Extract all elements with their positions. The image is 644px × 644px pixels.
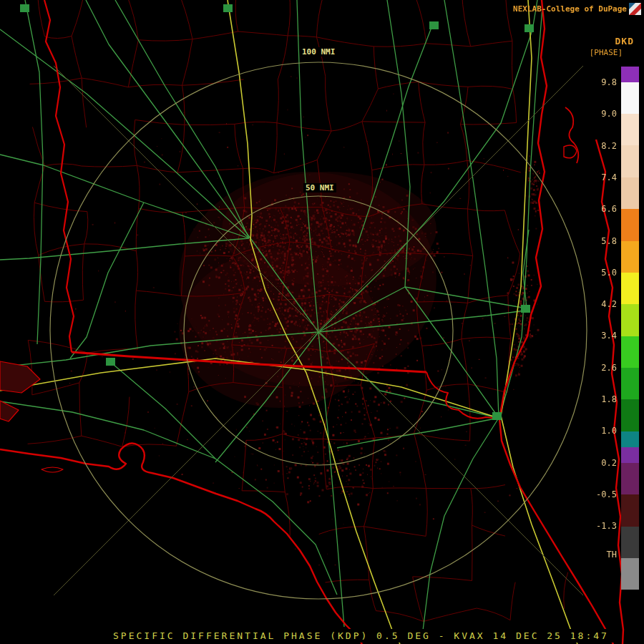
scale-tick-label: 9.0 [588, 109, 617, 119]
colorbar-segment [621, 399, 639, 431]
colorbar-segment [621, 67, 639, 82]
brand-text: NEXLAB-College of DuPage [513, 4, 627, 14]
scale-threshold-label: TH [588, 550, 617, 560]
colorbar-segment [621, 241, 639, 273]
scale-tick-label: 3.4 [588, 331, 617, 341]
scale-tick-label: 2.6 [588, 363, 617, 373]
colorbar-segment [621, 177, 639, 209]
highways [0, 0, 542, 630]
colorbar-segment [621, 273, 639, 304]
colorbar-segment [621, 527, 639, 558]
product-code: DKD [615, 36, 634, 47]
colorbar [621, 67, 639, 590]
colorbar-segment [621, 494, 639, 527]
scale-tick-label: 6.6 [588, 204, 617, 214]
range-ring-label-100nmi: 100 NMI [300, 47, 337, 57]
county-boundaries [28, 0, 568, 621]
radar-map [0, 0, 644, 644]
scale-tick-label: 5.0 [588, 268, 617, 278]
scale-tick-label: 8.2 [588, 141, 617, 151]
colorbar-segment [621, 82, 639, 114]
scale-tick-label: 4.2 [588, 299, 617, 309]
colorbar-segment [621, 368, 639, 399]
scale-tick-label: 1.0 [588, 426, 617, 436]
scale-tick-label: 5.8 [588, 236, 617, 246]
product-units: [PHASE] [590, 48, 623, 57]
scale-tick-label: -0.5 [588, 489, 617, 499]
colorbar-segment [621, 447, 639, 463]
range-rings [50, 62, 587, 599]
colorbar-segment [621, 304, 639, 336]
colorbar-segment [621, 336, 639, 368]
colorbar-segment [621, 145, 639, 177]
city-markers [20, 4, 534, 420]
scale-tick-label: 9.8 [588, 77, 617, 87]
status-bar: SPECIFIC DIFFERENTIAL PHASE (KDP) 0.5 DE… [107, 629, 615, 643]
colorbar-segment [621, 558, 639, 590]
colorbar-segment [621, 431, 639, 447]
scale-tick-label: 7.4 [588, 172, 617, 182]
range-ring-label-50nmi: 50 NMI [303, 183, 336, 192]
scale-tick-label: 1.8 [588, 394, 617, 404]
radar-display: NEXLAB-College of DuPage DKD [PHASE] 9.8… [0, 0, 644, 644]
interstates [0, 0, 577, 644]
scale-tick-label: -1.3 [588, 521, 617, 531]
colorbar-segment [621, 114, 639, 145]
colorbar-segment [621, 209, 639, 241]
scale-tick-label: 0.2 [588, 458, 617, 468]
cod-logo-icon [629, 3, 641, 15]
colorbar-segment [621, 463, 639, 494]
